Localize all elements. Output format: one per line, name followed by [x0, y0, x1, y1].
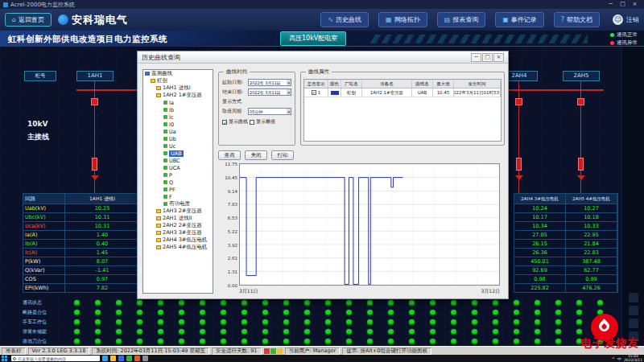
tree-item[interactable]: 1AH2 1#变压器 — [143, 92, 213, 99]
tree-item[interactable]: F — [143, 193, 213, 200]
tree-item[interactable]: Q — [143, 179, 213, 186]
history-chart-svg — [239, 163, 500, 286]
folder-icon — [156, 238, 161, 242]
curve-attr-table: 是否显示颜色厂站名设备名曲线名最大值发生时间 ✓1虹创1AH2 1#变压器UAB… — [303, 79, 502, 142]
taskbar-clock[interactable]: 15:03 2022/3/11 — [624, 355, 642, 362]
taskbar-app-mail-icon[interactable] — [134, 356, 140, 361]
status-safedays: 安全运行天数: 91 — [212, 348, 262, 355]
start-button[interactable] — [2, 356, 9, 361]
tree-item[interactable]: P — [143, 171, 213, 179]
dialog-minimize-button[interactable]: ─ — [471, 53, 481, 62]
tree-item[interactable]: 遥测曲线 — [143, 70, 213, 77]
attr-table-row[interactable]: ✓1虹创1AH2 1#变压器UAB10.452022年3月11日01时53分 — [304, 88, 501, 97]
breaker-closed-icon[interactable] — [91, 98, 98, 105]
status-light-on-icon — [74, 329, 80, 335]
tree-item[interactable]: UCA — [143, 164, 213, 171]
tree-item[interactable]: 有功电度 — [143, 200, 213, 208]
curve-visible-checkbox[interactable]: ✓ — [312, 90, 316, 95]
print-button[interactable]: 打印 — [271, 150, 294, 160]
status-light-on-icon — [346, 300, 352, 306]
dialog-maximize-button[interactable]: □ — [482, 53, 493, 62]
show-curve-checkbox[interactable]: ✓ — [222, 120, 227, 125]
breaker-closed-icon[interactable] — [577, 98, 584, 105]
period-select[interactable]: 05分钟 ▾ — [248, 108, 291, 115]
dialog-titlebar[interactable]: 历史曲线查询 ─ □ × — [138, 51, 508, 64]
tree-item[interactable]: 1AH3 2#变压器 — [143, 208, 213, 215]
table-row: Ia(A)1.40 — [23, 230, 139, 239]
home-button[interactable]: ⌂ 返回首页 — [5, 13, 52, 27]
tree-item[interactable]: 2AH3 3#变压器 — [143, 229, 213, 237]
tree-item[interactable]: 1AH1 进线I — [143, 84, 213, 92]
tree-item[interactable]: Ia — [143, 99, 213, 106]
window-minimize-button[interactable]: ─ — [605, 0, 617, 9]
tree-item[interactable]: 2AH2 2#变压器 — [143, 222, 213, 229]
tree-item[interactable]: 2AH4 3#低压电机 — [143, 237, 213, 244]
curve-color-swatch — [331, 91, 339, 95]
toolbar-button-network-topology[interactable]: ▦ 网络拓扑 — [378, 12, 427, 27]
tree-item[interactable]: Ub — [143, 135, 213, 142]
curve-leaf-icon — [163, 144, 167, 148]
toolbar-button-history-curve[interactable]: ∿ 历史曲线 — [320, 12, 369, 27]
tree-item[interactable]: UBC — [143, 157, 213, 164]
tree-item[interactable]: Ib — [143, 106, 213, 113]
status-light-on-icon — [179, 310, 184, 315]
tree-item[interactable]: 2AH5 4#低压电机 — [143, 244, 213, 251]
side-tool-icon[interactable] — [629, 293, 638, 302]
indicator-row-label: 通讯状态 — [23, 299, 69, 306]
status-light-on-icon — [179, 329, 184, 335]
status-light-on-icon — [472, 319, 477, 325]
status-light-on-icon — [367, 300, 373, 306]
query-button[interactable]: 查询 — [218, 150, 241, 160]
tree-item[interactable]: PF — [143, 186, 213, 193]
toolbar-button-help-doc[interactable]: ? 帮助文档 — [554, 12, 600, 27]
taskbar-app-browser-icon[interactable] — [118, 356, 124, 361]
status-light-on-icon — [325, 319, 331, 325]
taskbar-app-folder-icon[interactable] — [110, 356, 116, 361]
tree-item[interactable]: 虹创 — [143, 77, 213, 84]
curve-time-group: 曲线时间 起始日期: 2022年 3月11日 ▾ 结束日期: 2022年 3月1… — [218, 72, 295, 146]
tree-item[interactable]: 2AH1 进线II — [143, 215, 213, 222]
status-light-on-icon — [430, 319, 436, 325]
user-avatar-icon: ☺ — [613, 14, 623, 25]
table-row: 26.1521.84 — [514, 239, 617, 248]
ime-indicator[interactable]: 中 — [617, 356, 621, 361]
network-topology-icon: ▦ — [386, 16, 392, 23]
indicator-row: 弹簧未储能 — [23, 327, 605, 336]
dialog-close-button[interactable]: × — [493, 53, 504, 62]
table-row: Ib(A)0.40 — [23, 239, 139, 248]
status-light-on-icon — [430, 329, 436, 335]
breaker-closed-icon[interactable] — [515, 98, 522, 105]
taskbar-search[interactable]: 在这里输入你要搜索的内容 — [11, 356, 100, 361]
user-menu[interactable]: ☺ 注销 — [613, 14, 639, 25]
tray-chevron-icon[interactable]: ^ — [612, 356, 615, 361]
tree-item[interactable]: Ic — [143, 113, 213, 121]
taskbar-app-store-icon[interactable] — [126, 356, 132, 361]
show-extremes-checkbox[interactable] — [250, 120, 254, 125]
toolbar-button-report-query[interactable]: ▤ 报表查询 — [437, 12, 486, 27]
scada-bay-1AH1[interactable]: 1AH1 — [76, 71, 114, 193]
chevron-down-icon: ▾ — [287, 80, 291, 85]
tree-item[interactable]: UAB — [143, 150, 213, 157]
window-close-button[interactable]: × — [629, 0, 641, 9]
status-light-on-icon — [304, 329, 310, 335]
end-date-select[interactable]: 2022年 3月11日 ▾ — [248, 88, 291, 96]
status-light-on-icon — [158, 319, 163, 325]
status-light-on-icon — [95, 319, 101, 325]
green-dot-icon — [610, 33, 614, 37]
tree-item[interactable]: I0 — [143, 121, 213, 128]
window-maximize-button[interactable]: □ — [617, 0, 629, 9]
display-mode-label: 显示方式 — [222, 98, 291, 105]
taskbar-app-settings-icon[interactable] — [142, 356, 148, 361]
tree-item[interactable]: Uc — [143, 142, 213, 150]
bus-side-label: 10kV 主接线 — [27, 117, 49, 143]
scada-bay-2AH5[interactable]: 2AH5 — [563, 71, 600, 193]
start-date-select[interactable]: 2022年 3月11日 ▾ — [248, 79, 291, 86]
status-user: 当前用户: Manager — [285, 348, 341, 355]
status-light-on-icon — [283, 310, 289, 315]
tab-10kv-room[interactable]: 高压10kV配电室 — [280, 31, 346, 46]
status-version: Ver 2.3.0 LEG 3.3.18 — [28, 348, 90, 355]
close-button[interactable]: 关闭 — [245, 150, 267, 160]
toolbar-button-event-record[interactable]: ▣ 事件记录 — [495, 12, 544, 27]
taskbar-app-edge-icon[interactable] — [102, 356, 108, 361]
tree-item[interactable]: Ua — [143, 128, 213, 135]
